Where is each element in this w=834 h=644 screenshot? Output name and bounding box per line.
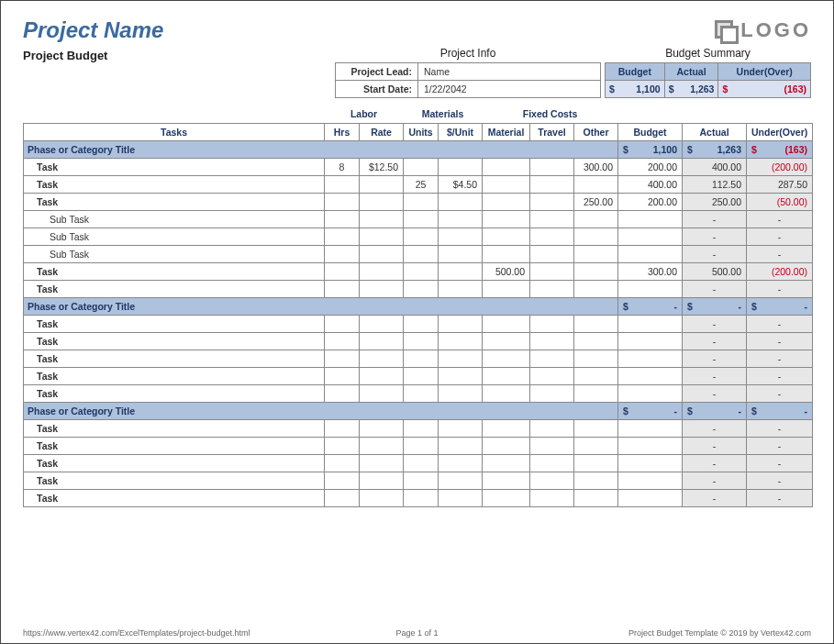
cell-material[interactable] — [483, 175, 530, 193]
cell-perunit[interactable] — [439, 437, 483, 454]
cell-units[interactable] — [404, 280, 439, 297]
phase-title[interactable]: Phase or Category Title — [24, 140, 618, 158]
row-name[interactable]: Task — [24, 175, 325, 193]
cell-units[interactable] — [404, 332, 439, 350]
cell-travel[interactable] — [530, 350, 574, 367]
cell-budget[interactable] — [618, 245, 683, 262]
cell-other[interactable] — [574, 280, 618, 297]
cell-budget[interactable] — [618, 489, 683, 506]
cell-rate[interactable] — [360, 210, 404, 228]
cell-hrs[interactable] — [325, 228, 360, 245]
cell-travel[interactable] — [530, 262, 574, 280]
cell-units[interactable] — [404, 158, 439, 175]
cell-hrs[interactable] — [325, 280, 360, 297]
cell-units[interactable] — [404, 315, 439, 332]
cell-units[interactable] — [404, 367, 439, 384]
cell-perunit[interactable] — [439, 280, 483, 297]
cell-travel[interactable] — [530, 367, 574, 384]
cell-rate[interactable] — [360, 472, 404, 489]
cell-rate[interactable] — [360, 193, 404, 210]
cell-travel[interactable] — [530, 175, 574, 193]
cell-rate[interactable] — [360, 280, 404, 297]
cell-other[interactable] — [574, 489, 618, 506]
cell-hrs[interactable] — [325, 437, 360, 454]
cell-material[interactable] — [483, 193, 530, 210]
cell-other[interactable] — [574, 332, 618, 350]
cell-rate[interactable] — [360, 245, 404, 262]
cell-material[interactable] — [483, 489, 530, 506]
cell-rate[interactable] — [360, 419, 404, 437]
cell-budget[interactable] — [618, 315, 683, 332]
cell-material[interactable] — [483, 315, 530, 332]
cell-other[interactable]: 300.00 — [574, 158, 618, 175]
cell-budget[interactable] — [618, 367, 683, 384]
cell-other[interactable]: 250.00 — [574, 193, 618, 210]
cell-perunit[interactable] — [439, 193, 483, 210]
cell-hrs[interactable] — [325, 350, 360, 367]
cell-travel[interactable] — [530, 158, 574, 175]
cell-rate[interactable] — [360, 489, 404, 506]
phase-title[interactable]: Phase or Category Title — [24, 297, 618, 315]
row-name[interactable]: Sub Task — [24, 210, 325, 228]
cell-hrs[interactable] — [325, 245, 360, 262]
cell-rate[interactable] — [360, 350, 404, 367]
cell-other[interactable] — [574, 245, 618, 262]
cell-hrs[interactable] — [325, 367, 360, 384]
cell-hrs[interactable] — [325, 175, 360, 193]
row-name[interactable]: Task — [24, 315, 325, 332]
cell-hrs[interactable] — [325, 315, 360, 332]
start-value[interactable]: 1/22/2042 — [418, 81, 601, 98]
cell-budget[interactable] — [618, 419, 683, 437]
cell-hrs[interactable] — [325, 419, 360, 437]
cell-material[interactable] — [483, 245, 530, 262]
row-name[interactable]: Task — [24, 384, 325, 402]
cell-travel[interactable] — [530, 384, 574, 402]
cell-travel[interactable] — [530, 489, 574, 506]
cell-perunit[interactable] — [439, 158, 483, 175]
cell-units[interactable] — [404, 228, 439, 245]
cell-other[interactable] — [574, 367, 618, 384]
cell-rate[interactable] — [360, 175, 404, 193]
cell-units[interactable] — [404, 384, 439, 402]
cell-other[interactable] — [574, 472, 618, 489]
cell-material[interactable] — [483, 437, 530, 454]
cell-perunit[interactable] — [439, 228, 483, 245]
cell-travel[interactable] — [530, 419, 574, 437]
cell-hrs[interactable] — [325, 384, 360, 402]
cell-perunit[interactable]: $4.50 — [439, 175, 483, 193]
cell-units[interactable] — [404, 350, 439, 367]
cell-other[interactable] — [574, 437, 618, 454]
cell-hrs[interactable] — [325, 489, 360, 506]
cell-budget[interactable] — [618, 210, 683, 228]
cell-budget[interactable] — [618, 332, 683, 350]
cell-units[interactable] — [404, 210, 439, 228]
cell-budget[interactable] — [618, 228, 683, 245]
cell-perunit[interactable] — [439, 315, 483, 332]
cell-budget[interactable] — [618, 350, 683, 367]
cell-travel[interactable] — [530, 210, 574, 228]
cell-travel[interactable] — [530, 280, 574, 297]
cell-rate[interactable] — [360, 262, 404, 280]
cell-material[interactable] — [483, 158, 530, 175]
cell-units[interactable] — [404, 437, 439, 454]
cell-other[interactable] — [574, 262, 618, 280]
cell-other[interactable] — [574, 175, 618, 193]
cell-budget[interactable]: 400.00 — [618, 175, 683, 193]
cell-rate[interactable] — [360, 228, 404, 245]
cell-travel[interactable] — [530, 454, 574, 472]
cell-hrs[interactable] — [325, 454, 360, 472]
cell-material[interactable] — [483, 350, 530, 367]
row-name[interactable]: Task — [24, 419, 325, 437]
cell-perunit[interactable] — [439, 384, 483, 402]
cell-travel[interactable] — [530, 245, 574, 262]
cell-rate[interactable] — [360, 437, 404, 454]
cell-material[interactable] — [483, 367, 530, 384]
row-name[interactable]: Task — [24, 472, 325, 489]
row-name[interactable]: Task — [24, 350, 325, 367]
cell-material[interactable] — [483, 332, 530, 350]
cell-perunit[interactable] — [439, 245, 483, 262]
row-name[interactable]: Task — [24, 193, 325, 210]
cell-hrs[interactable] — [325, 262, 360, 280]
cell-material[interactable] — [483, 454, 530, 472]
cell-hrs[interactable] — [325, 332, 360, 350]
